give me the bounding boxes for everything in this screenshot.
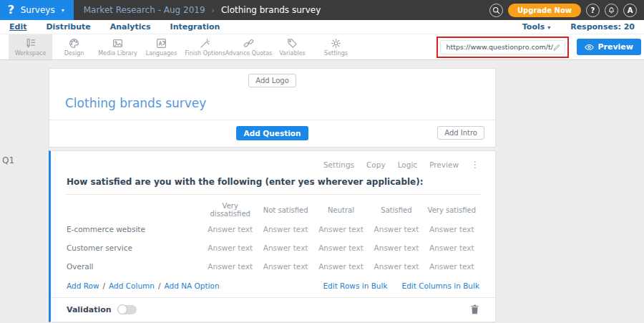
- top-bar: ? Surveys ▾ Market Research - Aug 2019 ›…: [0, 0, 644, 20]
- matrix-row: E-commerce website Answer text Answer te…: [67, 220, 479, 238]
- share-url-highlight-box: [436, 37, 569, 58]
- toolbar-item-label: Workspace: [15, 50, 47, 57]
- questionpro-logo-icon: ?: [8, 4, 15, 16]
- add-na-option-link[interactable]: Add NA Option: [165, 281, 220, 290]
- edit-url-button[interactable]: [553, 43, 561, 51]
- add-logo-row: Add Logo: [49, 69, 495, 87]
- matrix-column-header[interactable]: Not satisfied: [258, 206, 313, 214]
- breadcrumb-separator-icon: ›: [212, 6, 215, 15]
- matrix-answer-cell[interactable]: Answer text: [313, 262, 369, 271]
- matrix-answer-cell[interactable]: Answer text: [258, 225, 313, 233]
- section-nav: Edit Distribute Analytics Integration To…: [0, 20, 644, 34]
- toolbar-item-media-library[interactable]: Media Library: [96, 34, 140, 59]
- matrix-column-header[interactable]: Neutral: [313, 206, 369, 214]
- survey-header-actions: Add Question Add Intro: [49, 120, 495, 147]
- matrix-row-label[interactable]: Overall: [67, 262, 203, 271]
- link-separator: /: [158, 281, 161, 290]
- builder-canvas: Q1 Add Logo Clothing brands survey Add Q…: [0, 60, 644, 322]
- settings-gear-icon: [331, 38, 341, 49]
- breadcrumb: Market Research - Aug 2019 › Clothing br…: [84, 5, 321, 15]
- toolbar-item-languages[interactable]: Languages: [140, 34, 183, 59]
- question-logic-button[interactable]: Logic: [398, 160, 417, 169]
- tab-analytics[interactable]: Analytics: [110, 22, 151, 32]
- validation-toggle[interactable]: [117, 305, 137, 314]
- matrix-answer-cell[interactable]: Answer text: [313, 244, 369, 252]
- toolbar-item-design[interactable]: Design: [52, 34, 96, 59]
- question-preview-button[interactable]: Preview: [429, 160, 459, 169]
- product-switcher[interactable]: ? Surveys ▾: [0, 0, 74, 20]
- kebab-menu-icon[interactable]: ⋮: [471, 160, 479, 170]
- share-url-input[interactable]: [446, 43, 553, 51]
- edit-columns-in-bulk-link[interactable]: Edit Columns in Bulk: [402, 281, 479, 290]
- toolbar-item-advance-quotas[interactable]: Advance Quotas: [227, 34, 270, 59]
- matrix-answer-cell[interactable]: Answer text: [203, 244, 258, 252]
- add-question-button[interactable]: Add Question: [236, 126, 309, 140]
- notifications-button[interactable]: [605, 4, 618, 17]
- survey-title[interactable]: Clothing brands survey: [49, 87, 495, 120]
- survey-header-card: Add Logo Clothing brands survey Add Ques…: [49, 68, 496, 148]
- responses-count-link[interactable]: Responses: 20: [570, 22, 635, 32]
- chevron-down-icon: ▾: [62, 7, 64, 14]
- matrix-answer-cell[interactable]: Answer text: [258, 262, 313, 271]
- finish-options-wand-icon: [200, 38, 210, 49]
- matrix-answer-cell[interactable]: Answer text: [203, 225, 258, 233]
- link-separator: /: [103, 281, 106, 290]
- share-url-box: [440, 40, 565, 54]
- toolbar-item-variables[interactable]: Variables: [270, 34, 314, 59]
- matrix-row-label[interactable]: E-commerce website: [67, 225, 203, 233]
- breadcrumb-parent-link[interactable]: Market Research - Aug 2019: [84, 5, 205, 15]
- add-intro-button[interactable]: Add Intro: [437, 126, 484, 140]
- product-label: Surveys: [21, 5, 55, 15]
- question-copy-button[interactable]: Copy: [366, 160, 386, 169]
- toolbar-item-workspace[interactable]: Workspace: [9, 34, 52, 59]
- matrix-answer-cell[interactable]: Answer text: [424, 225, 479, 233]
- tab-edit[interactable]: Edit: [9, 22, 26, 32]
- bulk-links: Edit Rows in Bulk Edit Columns in Bulk: [323, 281, 479, 290]
- search-button[interactable]: [489, 4, 503, 17]
- matrix-links-row: Add Row / Add Column / Add NA Option Edi…: [67, 281, 479, 290]
- toolbar-item-label: Advance Quotas: [225, 50, 272, 57]
- matrix-answer-cell[interactable]: Answer text: [203, 262, 258, 271]
- add-row-link[interactable]: Add Row: [67, 281, 99, 290]
- bell-icon: [608, 6, 615, 14]
- question-text[interactable]: How satisfied are you with the following…: [67, 177, 424, 187]
- avatar[interactable]: A: [623, 4, 637, 17]
- add-logo-button[interactable]: Add Logo: [248, 74, 296, 87]
- survey-builder-app: ? Surveys ▾ Market Research - Aug 2019 ›…: [0, 0, 644, 323]
- topbar-actions: Upgrade Now ? A: [489, 4, 644, 17]
- matrix-answer-cell[interactable]: Answer text: [313, 225, 369, 233]
- matrix-column-header[interactable]: Very dissatisfied: [203, 202, 258, 218]
- toolbar-item-settings[interactable]: Settings: [314, 34, 358, 59]
- matrix-answer-cell[interactable]: Answer text: [258, 244, 313, 252]
- matrix-row: Overall Answer text Answer text Answer t…: [67, 257, 479, 276]
- matrix-row-label[interactable]: Customer service: [67, 244, 203, 252]
- matrix-answer-cell[interactable]: Answer text: [424, 262, 479, 271]
- tab-integration[interactable]: Integration: [170, 22, 220, 32]
- breadcrumb-current: Clothing brands survey: [221, 5, 321, 15]
- add-column-link[interactable]: Add Column: [109, 281, 155, 290]
- matrix-column-header[interactable]: Satisfied: [369, 206, 424, 214]
- builder-toolbar: Workspace Design Media Library Languages…: [0, 34, 644, 60]
- edit-rows-in-bulk-link[interactable]: Edit Rows in Bulk: [323, 281, 387, 290]
- upgrade-now-button[interactable]: Upgrade Now: [508, 4, 581, 17]
- workspace-icon: [25, 38, 36, 49]
- question-footer: Validation: [51, 297, 495, 322]
- question-settings-button[interactable]: Settings: [323, 160, 354, 169]
- matrix-column-header[interactable]: Very satisfied: [424, 206, 479, 214]
- help-button[interactable]: ?: [586, 4, 600, 17]
- delete-question-button[interactable]: [470, 304, 479, 314]
- matrix-answer-cell[interactable]: Answer text: [369, 225, 424, 233]
- tab-distribute[interactable]: Distribute: [46, 22, 90, 32]
- trash-icon: [470, 304, 479, 314]
- nav-right: Tools ▾ Responses: 20: [522, 22, 635, 32]
- matrix-answer-cell[interactable]: Answer text: [424, 244, 479, 252]
- matrix-table: Very dissatisfied Not satisfied Neutral …: [67, 200, 479, 276]
- matrix-answer-cell[interactable]: Answer text: [369, 244, 424, 252]
- design-palette-icon: [69, 38, 79, 49]
- tools-menu-button[interactable]: Tools ▾: [522, 22, 550, 32]
- chevron-down-icon: ▾: [547, 24, 550, 31]
- matrix-answer-cell[interactable]: Answer text: [369, 262, 424, 271]
- toolbar-item-finish-options[interactable]: Finish Options: [183, 34, 227, 59]
- preview-button[interactable]: Preview: [577, 39, 641, 55]
- question-actions: Settings Copy Logic Preview ⋮: [51, 151, 495, 172]
